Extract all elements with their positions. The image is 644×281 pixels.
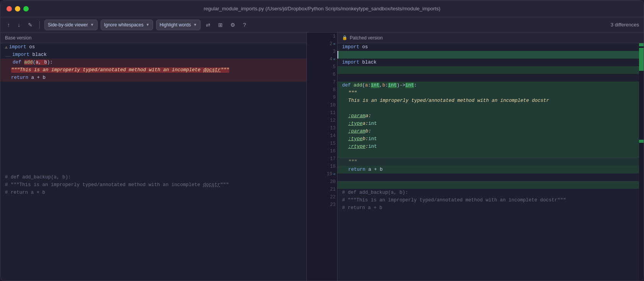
right-line-5 xyxy=(337,74,644,82)
viewer-label: Side-by-side viewer xyxy=(48,22,88,28)
viewer-arrow-icon: ▼ xyxy=(90,23,94,27)
center-row-16: 16 xyxy=(307,147,337,155)
whitespace-dropdown[interactable]: Ignore whitespaces ▼ xyxy=(101,20,153,30)
center-row-9: 9 xyxy=(307,94,337,101)
main-content: Base version ⚠ import os __ import black xyxy=(0,33,644,281)
next-diff-button[interactable]: ↓ xyxy=(15,20,23,29)
right-line-8: This is an improperly typed/annotated me… xyxy=(337,97,644,105)
left-line-13 xyxy=(0,135,307,143)
center-row-11: 11 xyxy=(307,109,337,117)
left-line-18: # def add_backup(a, b): xyxy=(0,173,307,181)
whitespace-label: Ignore whitespaces xyxy=(104,22,143,28)
right-line-3: import black xyxy=(337,59,644,66)
right-line-22: # return a + b xyxy=(337,204,644,212)
left-line-5: return a + b xyxy=(0,74,307,82)
left-panel-header: Base version xyxy=(0,33,307,43)
highlight-arrow-icon: ▼ xyxy=(193,23,197,27)
center-row-13: 13 xyxy=(307,124,337,132)
window-title: regular_module_imports.py (/Users/jd/Dro… xyxy=(204,6,440,11)
center-row-21: 21 xyxy=(307,186,337,193)
close-button[interactable] xyxy=(7,6,12,11)
right-line-9 xyxy=(337,105,644,112)
left-line-4: """This is an improperly typed/annotated… xyxy=(0,66,307,74)
ruler-diff-1 xyxy=(639,43,644,46)
left-line-7 xyxy=(0,89,307,97)
center-row-20: 20 xyxy=(307,178,337,186)
whitespace-arrow-icon: ▼ xyxy=(146,23,150,27)
center-row-19: 19 « xyxy=(307,170,337,178)
right-code-area[interactable]: import os import black def add(a: xyxy=(337,43,644,281)
left-line-2: __ import black xyxy=(0,51,307,59)
right-line-1: import os xyxy=(337,43,644,51)
edit-button[interactable]: ✎ xyxy=(26,20,35,29)
left-code-lines: ⚠ import os __ import black def add(a, b… xyxy=(0,43,307,281)
left-line-14 xyxy=(0,143,307,150)
right-line-23 xyxy=(337,212,644,219)
right-line-12: :param b: xyxy=(337,127,644,135)
left-panel: Base version ⚠ import os __ import black xyxy=(0,33,307,281)
right-panel: 🔒 Patched version import os import black xyxy=(337,33,644,281)
center-row-12: 12 xyxy=(307,117,337,124)
minimize-button[interactable] xyxy=(15,6,20,11)
left-line-9 xyxy=(0,105,307,112)
merge-arrow-2[interactable]: « xyxy=(333,42,336,46)
merge-arrow-19[interactable]: « xyxy=(333,172,336,176)
center-row-3: 3 xyxy=(307,48,337,56)
center-row-2: 2 « xyxy=(307,40,337,48)
left-line-3: def add(a, b): xyxy=(0,59,307,66)
ruler-diff-3 xyxy=(639,140,644,143)
right-line-19 xyxy=(337,181,644,189)
maximize-button[interactable] xyxy=(23,6,29,11)
left-line-15 xyxy=(0,150,307,158)
highlight-dropdown[interactable]: Highlight words ▼ xyxy=(156,20,201,30)
settings-toggle-button[interactable]: ⇄ xyxy=(204,20,213,29)
app-window: regular_module_imports.py (/Users/jd/Dro… xyxy=(0,0,644,281)
traffic-lights xyxy=(7,6,29,11)
center-row-6: 6 xyxy=(307,71,337,78)
right-line-18 xyxy=(337,173,644,181)
left-line-19: # """This is an improperly typed/annotat… xyxy=(0,181,307,189)
ruler-diff-2 xyxy=(639,48,644,71)
center-row-18: 18 xyxy=(307,163,337,170)
left-line-1: ⚠ import os xyxy=(0,43,307,51)
right-line-13: :type b: int xyxy=(337,135,644,143)
overview-ruler xyxy=(639,43,644,281)
right-line-21: # """This is an improperly typed/annotat… xyxy=(337,196,644,204)
left-line-12 xyxy=(0,127,307,135)
left-line-20: # return a + b xyxy=(0,189,307,196)
warning-icon: ⚠ xyxy=(5,45,8,50)
right-line-11: :type a: int xyxy=(337,120,644,127)
right-line-20: # def add_backup(a, b): xyxy=(337,189,644,196)
highlight-label: Highlight words xyxy=(160,22,191,28)
center-row-23: 23 xyxy=(307,201,337,209)
center-row-5: 5 xyxy=(307,63,337,71)
right-line-6: def add(a: int, b: int) -> int: xyxy=(337,82,644,89)
center-row-15: 15 xyxy=(307,140,337,147)
left-line-16 xyxy=(0,158,307,166)
right-line-7: """ xyxy=(337,89,644,97)
titlebar: regular_module_imports.py (/Users/jd/Dro… xyxy=(0,0,644,17)
right-line-16: """ xyxy=(337,158,644,166)
center-line-numbers: 1 2 « 3 4 « 5 6 7 xyxy=(307,33,337,281)
left-code-area[interactable]: ⚠ import os __ import black def add(a, b… xyxy=(0,43,307,281)
separator-1 xyxy=(39,21,40,29)
right-line-2[interactable] xyxy=(337,51,644,59)
right-line-17: return a + b xyxy=(337,166,644,173)
left-line-8 xyxy=(0,97,307,105)
center-row-4: 4 « xyxy=(307,56,337,63)
columns-button[interactable]: ⊞ xyxy=(216,20,225,29)
right-line-14: :rtype: int xyxy=(337,143,644,150)
left-panel-title: Base version xyxy=(5,35,31,41)
merge-arrow-4[interactable]: « xyxy=(333,57,336,62)
left-line-11 xyxy=(0,120,307,127)
prev-diff-button[interactable]: ↑ xyxy=(5,20,12,29)
left-line-10 xyxy=(0,112,307,120)
gear-button[interactable]: ⚙ xyxy=(228,20,238,29)
viewer-dropdown[interactable]: Side-by-side viewer ▼ xyxy=(44,20,98,30)
center-row-8: 8 xyxy=(307,86,337,94)
center-row-7: 7 xyxy=(307,78,337,86)
help-button[interactable]: ? xyxy=(241,20,248,29)
right-line-4 xyxy=(337,66,644,74)
diff-count: 3 differences xyxy=(611,22,639,28)
right-panel-title: Patched version xyxy=(350,35,383,41)
